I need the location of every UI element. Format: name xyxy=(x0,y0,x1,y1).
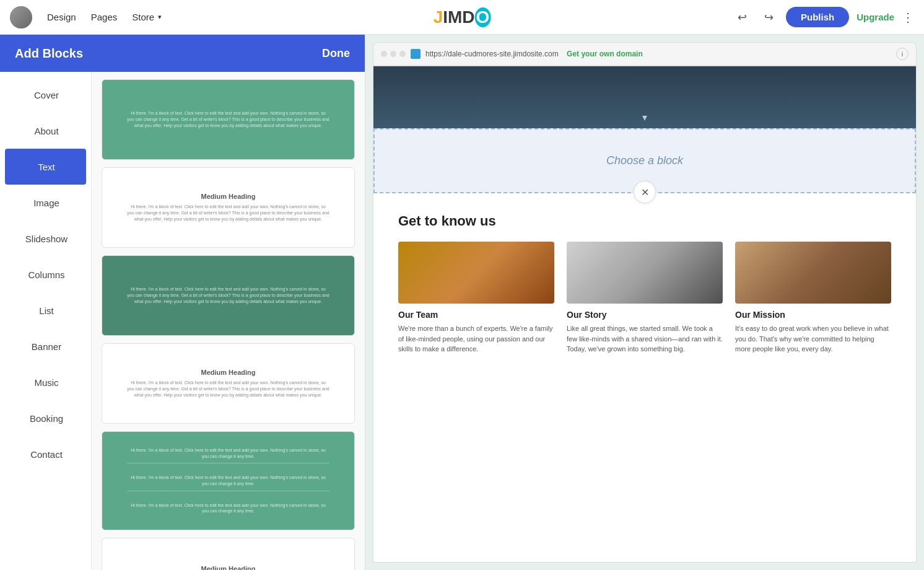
browser-favicon xyxy=(411,49,421,59)
nav-links: Design Pages Store ▾ xyxy=(47,12,162,22)
card-title-1: Our Team xyxy=(398,310,554,320)
block-preview-1[interactable]: Hi there. I'm a block of text. Click her… xyxy=(102,79,355,160)
card-image-1 xyxy=(398,242,554,304)
logo: JIMDO xyxy=(434,7,491,27)
publish-button[interactable]: Publish xyxy=(786,7,849,27)
browser-dot-3 xyxy=(399,51,406,57)
preview-card-1: Our Team We're more than a bunch of expe… xyxy=(398,242,554,354)
sidebar-item-cover[interactable]: Cover xyxy=(0,77,91,113)
sidebar-item-slideshow[interactable]: Slideshow xyxy=(0,221,91,256)
avatar xyxy=(10,6,32,28)
preview-card-3: Our Mission It's easy to do great work w… xyxy=(735,242,891,354)
card-image-2 xyxy=(567,242,723,304)
more-button[interactable]: ⋮ xyxy=(902,10,914,25)
sidebar-item-columns[interactable]: Columns xyxy=(0,256,91,292)
sidebar-item-image[interactable]: Image xyxy=(0,185,91,221)
done-button[interactable]: Done xyxy=(322,47,350,60)
domain-prompt[interactable]: Get your own domain xyxy=(567,50,643,58)
nav-design[interactable]: Design xyxy=(47,12,76,22)
sidebar-item-list[interactable]: List xyxy=(0,292,91,328)
choose-block-text: Choose a block xyxy=(606,154,683,167)
left-panel: Add Blocks Done Cover About Text Image S… xyxy=(0,35,365,570)
nav-right: ↩ ↪ Publish Upgrade ⋮ xyxy=(733,7,914,27)
browser-chrome: https://dale-cudmores-site.jimdosite.com… xyxy=(373,42,917,66)
panel-title: Add Blocks xyxy=(15,46,83,61)
info-icon[interactable]: i xyxy=(896,48,909,60)
redo-button[interactable]: ↪ xyxy=(759,8,778,27)
browser-url: https://dale-cudmores-site.jimdosite.com… xyxy=(425,50,891,58)
sidebar-item-text[interactable]: Text xyxy=(5,149,86,185)
website-preview: ▾ Choose a block ✕ Get to know us Our Te… xyxy=(373,66,917,563)
card-text-2: Like all great things, we started small.… xyxy=(567,323,723,354)
upgrade-button[interactable]: Upgrade xyxy=(856,12,894,22)
preview-content: Get to know us Our Team We're more than … xyxy=(373,193,916,367)
browser-dot-2 xyxy=(390,51,396,57)
section-title: Get to know us xyxy=(398,213,891,229)
block-preview-4[interactable]: Medium Heading Hi there. I'm a block of … xyxy=(102,343,355,424)
card-title-3: Our Mission xyxy=(735,310,891,320)
block-preview-6[interactable]: Medium Heading Hi there. I'm a block of … xyxy=(102,538,355,570)
card-title-2: Our Story xyxy=(567,310,723,320)
block-preview-3[interactable]: Hi there. I'm a block of text. Click her… xyxy=(102,255,355,336)
main-layout: Add Blocks Done Cover About Text Image S… xyxy=(0,35,924,570)
panel-header: Add Blocks Done xyxy=(0,35,365,72)
panel-body: Cover About Text Image Slideshow Columns… xyxy=(0,72,365,570)
chevron-down-icon: ▾ xyxy=(158,13,162,21)
sidebar-nav: Cover About Text Image Slideshow Columns… xyxy=(0,72,92,570)
block-preview-5[interactable]: Hi there. I'm a block of text. Click her… xyxy=(102,431,355,530)
browser-dots xyxy=(381,51,406,57)
undo-button[interactable]: ↩ xyxy=(733,8,752,27)
preview-card-2: Our Story Like all great things, we star… xyxy=(567,242,723,354)
card-image-3 xyxy=(735,242,891,304)
blocks-area: Hi there. I'm a block of text. Click her… xyxy=(92,72,365,570)
top-nav: Design Pages Store ▾ JIMDO ↩ ↪ Publish U… xyxy=(0,0,924,35)
sidebar-item-music[interactable]: Music xyxy=(0,364,91,400)
block-preview-2[interactable]: Medium Heading Hi there. I'm a block of … xyxy=(102,167,355,248)
sidebar-item-banner[interactable]: Banner xyxy=(0,328,91,364)
scroll-down-icon: ▾ xyxy=(642,112,647,123)
preview-hero: ▾ xyxy=(373,66,916,128)
sidebar-item-booking[interactable]: Booking xyxy=(0,400,91,436)
nav-store[interactable]: Store ▾ xyxy=(132,12,162,22)
preview-cards: Our Team We're more than a bunch of expe… xyxy=(398,242,891,354)
card-text-1: We're more than a bunch of experts. We'r… xyxy=(398,323,554,354)
card-text-3: It's easy to do great work when you beli… xyxy=(735,323,891,354)
right-preview: https://dale-cudmores-site.jimdosite.com… xyxy=(365,35,924,570)
sidebar-item-contact[interactable]: Contact xyxy=(0,436,91,472)
close-button[interactable]: ✕ xyxy=(634,181,656,203)
sidebar-item-about[interactable]: About xyxy=(0,113,91,149)
choose-block-area[interactable]: Choose a block ✕ xyxy=(373,128,916,193)
nav-pages[interactable]: Pages xyxy=(91,12,118,22)
browser-dot-1 xyxy=(381,51,387,57)
